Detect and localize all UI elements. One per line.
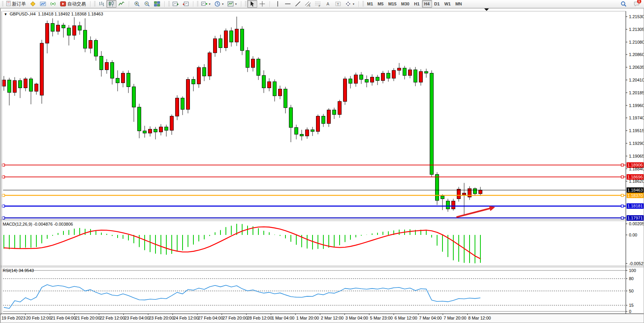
timeframe-button-M15[interactable]: M15 [386,0,399,8]
zoom-in-button[interactable] [132,0,142,8]
candle [387,73,390,78]
period-button[interactable]: ▾ [212,0,225,8]
timeframe-button-M30[interactable]: M30 [399,0,412,8]
chart-canvas[interactable]: 1.189061.186961.184631.183701.181811.179… [0,8,644,323]
timeframe-button-M5[interactable]: M5 [375,0,386,8]
candle [35,84,38,91]
candle [338,102,342,115]
chevron-down-icon: ▾ [353,2,354,6]
channel-button[interactable]: E [303,0,313,8]
candle [463,193,466,195]
candle [457,189,461,199]
tile-windows-icon [154,1,160,7]
timeframe-button-H4[interactable]: H4 [422,0,432,8]
label-button[interactable]: T [333,0,343,8]
crosshair-icon [259,1,265,7]
time-axis-label: 22 Feb 12:00 [100,316,125,320]
notifications-button[interactable]: 1 [632,0,642,8]
bucket-icon [30,1,36,7]
toolbar-separator [129,1,130,7]
candle [186,80,190,110]
line-anchor [621,194,624,197]
template-button[interactable]: ▾ [225,0,239,8]
macd-axis-label: -0.005292 [629,261,644,266]
candle [40,43,44,95]
candle [284,89,287,107]
trend-arrow[interactable] [456,208,491,217]
rsi-indicator-label: RSI(14) 34.9543 [3,268,34,273]
new-order-icon [6,1,11,7]
candle [311,130,314,131]
time-marker-triangle [484,8,489,11]
time-axis-label: 5 Mar 23:00 [370,316,393,320]
timeframe-button-M1[interactable]: M1 [365,0,375,8]
timeframe-button-MN[interactable]: MN [453,0,464,8]
chart-title-ohlc: 1.18418 1.18492 1.18368 1.18463 [38,12,103,16]
timeframe-group: M1M5M15M30H1H4D1W1MN [360,0,465,8]
arrange-right-button[interactable] [181,0,191,8]
candle [84,30,87,48]
horizontal-line-button[interactable] [283,0,293,8]
candle [214,39,217,53]
candle [170,116,174,131]
trendline-button[interactable] [293,0,303,8]
main-toolbar: 新订单 自动交易 [0,0,644,8]
svg-text:F: F [319,5,320,7]
arrows-button[interactable]: ▾ [343,0,356,8]
chart-profile-button[interactable] [38,0,48,8]
vertical-line-button[interactable] [273,0,283,8]
new-order-button[interactable]: 新订单 [4,0,28,8]
price-tag-text: 1.18463 [627,188,643,192]
fibonacci-icon: F [315,1,321,7]
add-indicator-button[interactable]: ▾ [199,0,212,8]
price-tag-text: 1.18370 [627,193,643,198]
timeframe-button-H1[interactable]: H1 [412,0,422,8]
signal-button[interactable] [48,0,58,8]
candle [354,75,358,83]
toolbar-grip [94,1,96,7]
bar-chart-button[interactable] [96,0,106,8]
candle [235,29,239,42]
search-button[interactable] [618,0,629,8]
candle [241,29,244,51]
candle [219,39,222,48]
tile-windows-button[interactable] [152,0,162,8]
chart-profile-icon [40,1,46,7]
arrange-left-button[interactable] [171,0,181,8]
collapse-triangle-icon[interactable]: ▼ [4,12,7,16]
candlestick-button[interactable] [106,0,116,8]
bucket-button[interactable] [28,0,38,8]
text-button[interactable]: A [323,0,333,8]
time-axis-label: 7 Mar 20:00 [444,316,466,320]
rsi-axis-label: 100 [629,268,636,273]
time-axis-label: 28 Feb 12:00 [247,316,272,320]
timeframe-button-W1[interactable]: W1 [442,0,453,8]
autotrading-button[interactable]: 自动交易 [58,0,88,8]
candle [89,40,92,48]
svg-text:E: E [309,4,311,7]
cursor-icon [249,1,255,7]
search-icon [620,1,627,7]
timeframe-button-D1[interactable]: D1 [432,0,442,8]
cursor-button[interactable] [247,0,257,8]
candle [446,201,450,209]
notification-badge: 1 [637,0,641,3]
period-clock-icon [214,1,220,7]
time-axis-label: 21 Feb 04:00 [51,316,76,320]
chart-window: 1.189061.186961.184631.183701.181811.179… [0,8,644,323]
new-order-label: 新订单 [12,1,26,7]
time-axis-label: 24 Feb 12:00 [174,316,199,320]
time-axis-label: 3 Mar 04:00 [345,316,368,320]
svg-text:A: A [326,2,330,6]
rsi-axis-label: 15 [629,303,634,308]
time-axis-label: 20 Feb 12:00 [26,316,51,320]
fibonacci-button[interactable]: F [313,0,323,8]
line-chart-button[interactable] [116,0,126,8]
candle [343,79,347,102]
zoom-out-button[interactable] [142,0,152,8]
line-anchor [621,176,624,178]
macd-indicator-label: MACD(12,26,9) -0.004876 -0.003806 [3,222,73,226]
vertical-line-icon [275,1,281,7]
candle [360,75,363,80]
crosshair-button[interactable] [257,0,267,8]
